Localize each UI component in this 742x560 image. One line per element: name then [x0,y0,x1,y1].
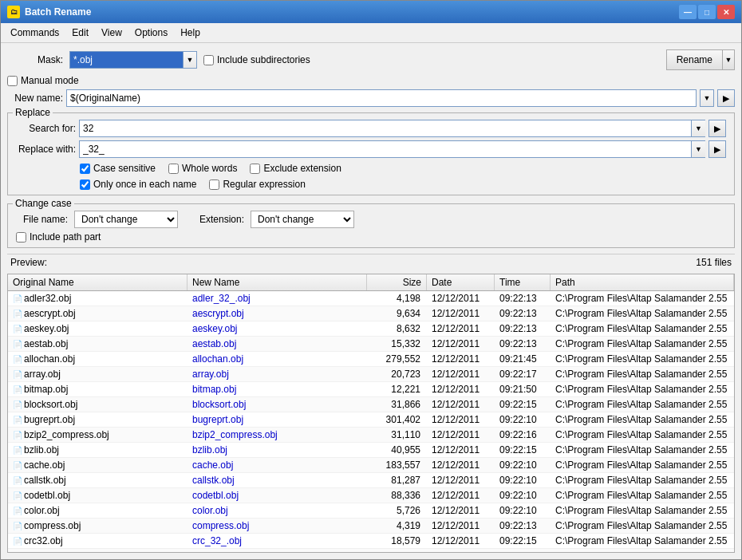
col-header-new[interactable]: New Name [187,274,367,290]
cell-size: 12,221 [367,382,427,396]
manual-mode-checkbox[interactable] [7,76,18,86]
cell-orig: 📄color.obj [8,503,187,518]
close-button[interactable]: ✕ [717,5,735,19]
table-row[interactable]: 📄callstk.obj callstk.obj 81,287 12/12/20… [8,473,734,488]
cell-date: 12/12/2011 [427,458,495,472]
cell-new: bitmap.obj [187,382,367,396]
main-content: Mask: ▼ Include subdirectories Rename ▼ … [1,43,741,559]
table-row[interactable]: 📄bzip2_compress.obj bzip2_compress.obj 3… [8,428,734,443]
replace-with-row: Replace with: ▼ ▶ [16,140,726,158]
col-header-path[interactable]: Path [551,274,734,290]
rename-button[interactable]: Rename [666,49,722,70]
table-row[interactable]: 📄bzlib.obj bzlib.obj 40,955 12/12/2011 0… [8,443,734,458]
cell-date: 12/12/2011 [427,428,495,442]
cell-new: aeskey.obj [187,321,367,336]
mask-combo: ▼ [69,51,197,69]
table-row[interactable]: 📄blocksort.obj blocksort.obj 31,866 12/1… [8,397,734,412]
table-row[interactable]: 📄codetbl.obj codetbl.obj 88,336 12/12/20… [8,488,734,503]
file-name-select[interactable]: Don't change All uppercase All lowercase [74,211,178,228]
regex-label[interactable]: Regular expression [209,179,305,190]
cell-new: adler_32_.obj [187,291,367,306]
whole-words-label[interactable]: Whole words [168,163,237,174]
search-for-dropdown[interactable]: ▼ [691,120,705,137]
regex-checkbox[interactable] [209,179,219,190]
table-row[interactable]: 📄adler32.obj adler_32_.obj 4,198 12/12/2… [8,291,734,306]
include-path-checkbox[interactable] [16,232,26,243]
menu-help[interactable]: Help [174,25,207,41]
whole-words-checkbox[interactable] [168,164,179,174]
cell-path: C:\Program Files\Altap Salamander 2.55 [551,382,734,396]
include-path-label[interactable]: Include path part [16,231,726,243]
cell-orig: 📄bzip2_compress.obj [8,428,187,442]
cell-new: aestab.obj [187,337,367,351]
include-subdirs-checkbox[interactable] [203,55,214,65]
new-name-dropdown-btn[interactable]: ▼ [700,89,714,107]
cell-new: compress.obj [187,519,367,533]
maximize-button[interactable]: □ [698,5,716,19]
table-row[interactable]: 📄array.obj array.obj 20,723 12/12/2011 0… [8,367,734,382]
table-row[interactable]: 📄compress.obj compress.obj 4,319 12/12/2… [8,519,734,534]
rename-dropdown-btn[interactable]: ▼ [722,49,735,70]
manual-mode-label[interactable]: Manual mode [7,75,79,86]
replace-with-input[interactable] [79,140,691,158]
mask-row: Mask: ▼ Include subdirectories Rename ▼ [7,49,735,70]
cell-path: C:\Program Files\Altap Salamander 2.55 [551,503,734,518]
cell-orig: 📄adler32.obj [8,291,187,306]
col-header-date[interactable]: Date [427,274,495,290]
mask-input[interactable] [69,51,183,69]
table-row[interactable]: 📄color.obj color.obj 5,726 12/12/2011 09… [8,503,734,519]
extension-select[interactable]: Don't change All uppercase All lowercase [251,211,354,228]
cell-new: color.obj [187,503,367,518]
minimize-button[interactable]: — [679,5,697,19]
menu-view[interactable]: View [95,25,128,41]
table-row[interactable]: 📄aescrypt.obj aescrypt.obj 9,634 12/12/2… [8,306,734,321]
search-for-helper[interactable]: ▶ [708,120,726,137]
extension-combo: Don't change All uppercase All lowercase [251,211,354,228]
exclude-ext-checkbox[interactable] [250,164,260,174]
table-row[interactable]: 📄cache.obj cache.obj 183,557 12/12/2011 … [8,458,734,473]
col-header-size[interactable]: Size [367,274,427,290]
cell-size: 183,557 [367,458,427,472]
cell-time: 09:22:13 [495,337,551,351]
table-row[interactable]: 📄bugreprt.obj bugreprt.obj 301,402 12/12… [8,412,734,428]
table-row[interactable]: 📄aestab.obj aestab.obj 15,332 12/12/2011… [8,337,734,352]
new-name-helper-btn[interactable]: ▶ [717,89,735,107]
new-name-input[interactable] [66,89,697,107]
replace-with-helper[interactable]: ▶ [708,140,726,158]
table-row[interactable]: 📄bitmap.obj bitmap.obj 12,221 12/12/2011… [8,382,734,397]
search-for-input[interactable] [79,120,691,137]
cell-path: C:\Program Files\Altap Salamander 2.55 [551,412,734,427]
change-case-title: Change case [13,198,74,209]
cell-path: C:\Program Files\Altap Salamander 2.55 [551,352,734,366]
cell-orig: 📄crctable.obj [8,549,187,552]
table-row[interactable]: 📄crc32.obj crc_32_.obj 18,579 12/12/2011… [8,534,734,549]
cell-size: 9,634 [367,306,427,321]
replace-with-dropdown[interactable]: ▼ [691,140,705,158]
cell-path: C:\Program Files\Altap Salamander 2.55 [551,488,734,503]
cell-date: 12/12/2011 [427,382,495,396]
col-header-orig[interactable]: Original Name [8,274,187,290]
cell-size: 4,198 [367,291,427,306]
menu-edit[interactable]: Edit [65,25,95,41]
exclude-ext-label[interactable]: Exclude extension [250,163,341,174]
case-sensitive-label[interactable]: Case sensitive [80,163,156,174]
mask-dropdown-btn[interactable]: ▼ [183,51,197,69]
cell-time: 09:22:10 [495,473,551,487]
only-once-label[interactable]: Only once in each name [80,179,196,190]
table-row[interactable]: 📄aeskey.obj aeskey.obj 8,632 12/12/2011 … [8,321,734,337]
menu-commands[interactable]: Commands [4,25,65,41]
table-row[interactable]: 📄crctable.obj crctable.obj 16,212 12/12/… [8,549,734,552]
only-once-checkbox[interactable] [80,179,90,190]
include-subdirs-label[interactable]: Include subdirectories [203,54,310,65]
cell-time: 09:22:10 [495,458,551,472]
cell-new: array.obj [187,367,367,381]
menu-options[interactable]: Options [128,25,174,41]
cell-new: bzlib.obj [187,443,367,457]
title-bar-left: 🗂 Batch Rename [7,6,91,18]
case-sensitive-checkbox[interactable] [80,164,90,174]
cell-size: 88,336 [367,488,427,503]
cell-path: C:\Program Files\Altap Salamander 2.55 [551,519,734,533]
col-header-time[interactable]: Time [495,274,551,290]
table-row[interactable]: 📄allochan.obj allochan.obj 279,552 12/12… [8,352,734,367]
cell-date: 12/12/2011 [427,321,495,336]
